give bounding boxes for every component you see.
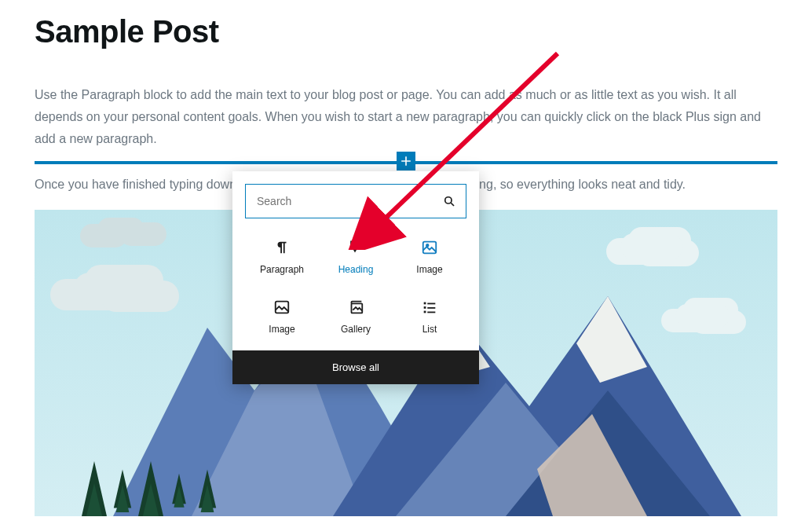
svg-rect-19 — [424, 311, 426, 314]
search-container — [232, 171, 479, 231]
editor-canvas: Sample Post Use the Paragraph block to a… — [0, 0, 812, 528]
block-item-image[interactable]: Image — [393, 234, 466, 280]
block-item-paragraph[interactable]: Paragraph — [245, 234, 319, 280]
search-input[interactable] — [255, 194, 442, 208]
search-icon — [442, 194, 456, 208]
block-item-heading[interactable]: Heading — [319, 234, 393, 280]
search-field[interactable] — [245, 184, 466, 218]
svg-rect-20 — [427, 312, 435, 314]
gallery-icon — [347, 299, 364, 316]
block-item-image-2[interactable]: Image — [245, 294, 319, 339]
block-item-gallery[interactable]: Gallery — [319, 294, 393, 339]
block-label: Image — [269, 324, 294, 335]
heading-icon — [347, 239, 364, 256]
block-inserter-popover: Paragraph Heading Image — [232, 171, 479, 384]
block-label: Paragraph — [260, 264, 304, 275]
svg-point-12 — [426, 244, 429, 247]
image-icon — [421, 239, 438, 256]
add-block-button[interactable] — [397, 152, 415, 170]
cloud-decoration — [620, 233, 683, 260]
block-grid: Paragraph Heading Image — [232, 231, 479, 350]
svg-rect-18 — [427, 307, 435, 309]
browse-all-button[interactable]: Browse all — [232, 350, 479, 384]
block-label: Gallery — [341, 324, 371, 335]
svg-line-10 — [451, 203, 454, 206]
block-label: List — [422, 324, 437, 335]
trees-decoration — [82, 461, 220, 516]
paragraph-block-1[interactable]: Use the Paragraph block to add the main … — [35, 84, 777, 150]
plus-icon — [398, 153, 414, 169]
svg-rect-17 — [424, 306, 426, 309]
cloud-decoration — [97, 218, 144, 241]
block-label: Image — [416, 264, 442, 275]
svg-rect-15 — [424, 302, 426, 305]
paragraph-icon — [273, 239, 291, 256]
image-icon — [273, 299, 291, 316]
block-label: Heading — [338, 264, 374, 275]
post-title[interactable]: Sample Post — [35, 14, 777, 50]
svg-rect-16 — [427, 303, 435, 305]
block-item-list[interactable]: List — [393, 294, 466, 339]
svg-point-9 — [445, 197, 452, 204]
list-icon — [421, 299, 438, 316]
